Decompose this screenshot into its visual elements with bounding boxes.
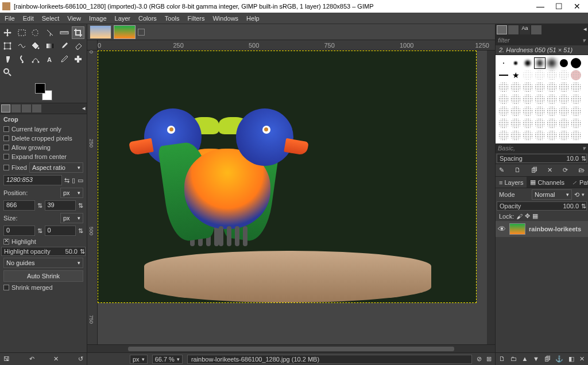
duplicate-layer-icon[interactable]: 🗐 xyxy=(544,355,551,363)
brush-item[interactable] xyxy=(546,69,558,81)
pos-x-field[interactable]: 866 xyxy=(3,200,35,211)
brush-item[interactable] xyxy=(522,81,533,93)
brush-item[interactable] xyxy=(558,106,570,117)
open-brush-icon[interactable]: 🗁 xyxy=(578,166,585,174)
edit-brush-icon[interactable]: ✎ xyxy=(499,166,504,174)
brush-item[interactable] xyxy=(534,106,546,117)
zoom-tool[interactable] xyxy=(1,66,14,79)
brush-item[interactable] xyxy=(510,118,521,129)
duplicate-brush-icon[interactable]: 🗐 xyxy=(531,166,537,174)
brush-item[interactable] xyxy=(558,130,570,141)
ruler-vertical[interactable]: 0 250 500 750 xyxy=(87,51,98,344)
navigation-icon[interactable]: ⊞ xyxy=(486,355,492,363)
current-layer-only-checkbox[interactable] xyxy=(3,126,9,132)
brush-item[interactable] xyxy=(558,118,570,129)
brush-item[interactable] xyxy=(522,94,533,105)
brush-item[interactable] xyxy=(558,69,570,81)
status-unit-select[interactable]: px▾ xyxy=(130,355,148,364)
spinner-icon[interactable]: ⇅ xyxy=(37,202,42,209)
brush-item[interactable] xyxy=(510,81,521,93)
brush-item[interactable] xyxy=(510,106,521,117)
brush-item[interactable] xyxy=(498,106,509,117)
maximize-button[interactable]: ☐ xyxy=(555,2,563,10)
layer-row[interactable]: 👁 rainbow-lorikeets xyxy=(496,221,588,237)
brush-item[interactable] xyxy=(522,57,533,69)
brush-item[interactable] xyxy=(498,94,509,105)
measure-tool[interactable] xyxy=(58,26,71,39)
menu-image[interactable]: Image xyxy=(89,15,107,22)
smudge-tool[interactable] xyxy=(16,53,28,65)
fg-color-swatch[interactable] xyxy=(35,83,45,94)
bucket-fill-tool[interactable] xyxy=(29,40,42,52)
image-tab-2[interactable] xyxy=(114,25,136,39)
fg-bg-color[interactable] xyxy=(35,83,52,100)
color-picker-tool[interactable] xyxy=(58,53,71,65)
menu-select[interactable]: Select xyxy=(42,15,60,22)
move-tool[interactable] xyxy=(1,26,14,39)
layer-thumbnail[interactable] xyxy=(509,223,525,235)
brush-item[interactable] xyxy=(498,118,509,129)
free-select-tool[interactable] xyxy=(29,26,42,39)
ruler-horizontal[interactable]: 0 250 500 750 1000 1250 xyxy=(87,40,495,51)
brush-item[interactable]: ★ xyxy=(510,69,521,81)
new-group-icon[interactable]: 🗀 xyxy=(510,355,517,363)
highlight-opacity-slider[interactable]: Highlight opacity 50.0 ⇅ xyxy=(1,247,86,256)
brush-item[interactable] xyxy=(570,69,582,81)
pos-y-field[interactable]: 39 xyxy=(45,200,76,211)
path-tool[interactable] xyxy=(29,53,42,65)
refresh-brush-icon[interactable]: ⟳ xyxy=(563,166,568,174)
auto-shrink-button[interactable]: Auto Shrink xyxy=(3,270,83,282)
history-tab[interactable] xyxy=(531,25,541,34)
status-zoom-select[interactable]: 66.7 %▾ xyxy=(152,355,183,364)
brush-item[interactable] xyxy=(498,81,509,93)
filter-input[interactable]: filter xyxy=(498,37,510,44)
delete-brush-icon[interactable]: ✕ xyxy=(547,166,552,174)
horizontal-scrollbar[interactable] xyxy=(87,344,495,352)
fixed-mode-select[interactable]: Aspect ratio▾ xyxy=(29,162,83,173)
brush-item[interactable] xyxy=(510,57,521,69)
allow-growing-checkbox[interactable] xyxy=(3,145,9,150)
images-tab[interactable] xyxy=(32,104,41,112)
heal-tool[interactable] xyxy=(72,53,84,65)
brush-item[interactable] xyxy=(570,130,582,141)
rect-select-tool[interactable] xyxy=(16,26,28,39)
brush-item[interactable] xyxy=(546,106,558,117)
canvas[interactable] xyxy=(98,51,487,344)
delete-preset-icon[interactable]: ✕ xyxy=(53,355,59,363)
brush-item[interactable] xyxy=(570,57,582,69)
menu-view[interactable]: View xyxy=(67,15,81,22)
brush-item[interactable] xyxy=(546,130,558,141)
fixed-checkbox[interactable] xyxy=(3,165,9,170)
delete-cropped-checkbox[interactable] xyxy=(3,135,9,141)
mode-reset-icon[interactable]: ⟲ xyxy=(574,191,579,199)
reset-icon[interactable]: ↺ xyxy=(78,355,83,363)
brush-item[interactable] xyxy=(522,106,533,117)
tab-menu-icon[interactable]: ◂ xyxy=(583,25,587,34)
menu-help[interactable]: Help xyxy=(246,15,260,22)
minimize-button[interactable]: — xyxy=(536,2,544,10)
close-tab-icon[interactable] xyxy=(138,29,145,36)
brush-item[interactable] xyxy=(570,81,582,93)
device-status-tab[interactable] xyxy=(11,104,21,112)
brush-item[interactable] xyxy=(534,130,546,141)
brush-item[interactable] xyxy=(558,81,570,93)
brush-item[interactable] xyxy=(498,130,509,141)
menu-filters[interactable]: Filters xyxy=(188,15,205,22)
tool-options-tab[interactable] xyxy=(1,104,10,112)
brush-item[interactable] xyxy=(498,57,509,69)
brush-item[interactable] xyxy=(546,94,558,105)
brush-item[interactable] xyxy=(510,130,521,141)
spinner-icon[interactable]: ⇅ xyxy=(581,203,586,210)
basic-tag[interactable]: Basic, xyxy=(498,145,515,152)
eraser-tool[interactable] xyxy=(72,40,84,52)
spinner-icon[interactable]: ⇅ xyxy=(78,227,83,235)
crop-tool[interactable] xyxy=(72,26,84,39)
mode-select[interactable]: Normal▾ xyxy=(532,189,572,200)
restore-preset-icon[interactable]: ↶ xyxy=(29,355,34,363)
shrink-merged-checkbox[interactable] xyxy=(3,285,9,290)
paintbrush-tool[interactable] xyxy=(58,40,71,52)
spacing-slider[interactable]: Spacing 10.0 ⇅ xyxy=(497,154,587,163)
highlight-checkbox[interactable] xyxy=(3,239,9,244)
new-layer-icon[interactable]: 🗋 xyxy=(499,355,505,363)
brush-item[interactable] xyxy=(522,118,533,129)
